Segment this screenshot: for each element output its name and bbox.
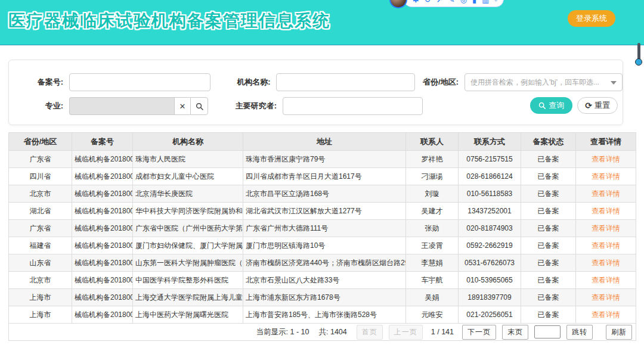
avatar[interactable] <box>389 0 407 8</box>
total-count: 共: 1404 <box>319 327 347 337</box>
col-org-name: 机构名称 <box>133 133 243 151</box>
view-detail-link[interactable]: 查看详情 <box>592 276 620 284</box>
view-detail-link[interactable]: 查看详情 <box>592 310 620 319</box>
cell-org-name: 广东省中医院（广州中医药大学第... <box>133 220 243 237</box>
table-row: 北京市 械临机构备201800008 中国医学科学院整形外科医院 北京市石景山区… <box>9 272 636 289</box>
specialty-clear-button[interactable]: ✕ <box>174 97 190 115</box>
specialty-search-button[interactable] <box>190 97 208 115</box>
app-header: 医疗器械临床试验机构备案管理信息系统 登录系统 <box>0 0 644 45</box>
cell-record-no: 械临机构备201800004 <box>72 203 133 220</box>
cell-province: 北京市 <box>9 272 72 289</box>
province-select[interactable]: 使用拼音检索，例如输入'bj'，回车即选... <box>465 73 623 91</box>
cell-detail: 查看详情 <box>576 254 636 272</box>
view-detail-link[interactable]: 查看详情 <box>592 241 620 250</box>
cell-org-name: 中国医学科学院整形外科医院 <box>133 272 243 289</box>
cell-province: 广东省 <box>9 220 72 237</box>
col-record-no: 备案号 <box>72 133 133 151</box>
cell-org-name: 珠海市人民医院 <box>133 151 243 168</box>
cell-province: 上海市 <box>9 306 72 324</box>
cell-address: 四川省成都市青羊区日月大道1617号 <box>243 168 406 185</box>
last-page-button[interactable]: 末页 <box>502 325 528 340</box>
scroll-knob-icon[interactable] <box>635 58 642 66</box>
view-detail-link[interactable]: 查看详情 <box>592 224 620 232</box>
scroll-slider[interactable] <box>635 43 642 67</box>
small-square-icon[interactable]: ▫ <box>494 0 497 4</box>
share-arrow-icon[interactable]: ➚ <box>436 0 443 4</box>
status-badge: 已备案 <box>521 151 576 168</box>
record-no-label: 备案号: <box>9 77 63 88</box>
cell-contact: 王凌霄 <box>406 237 459 254</box>
columns-icon[interactable]: ▥ <box>482 0 489 4</box>
cell-contact: 元唯安 <box>406 306 459 324</box>
cell-contact: 刘璇 <box>406 185 459 203</box>
status-badge: 已备案 <box>521 272 576 289</box>
filled-square-icon[interactable]: ▮ <box>472 0 476 4</box>
app-title: 医疗器械临床试验机构备案管理信息系统 <box>8 10 330 32</box>
page-indicator: 1 / 141 <box>431 328 454 336</box>
table-row: 福建省 械临机构备201800006 厦门市妇幼保健院、厦门大学附属... 厦门… <box>9 237 636 254</box>
cell-org-name: 成都市妇女儿童中心医院 <box>133 168 243 185</box>
cell-province: 四川省 <box>9 168 72 185</box>
status-badge: 已备案 <box>521 220 576 237</box>
cell-contact: 罗祥艳 <box>406 151 459 168</box>
cell-province: 广东省 <box>9 151 72 168</box>
record-no-input[interactable] <box>69 73 210 91</box>
first-page-button[interactable]: 首页 <box>357 325 383 340</box>
search-icon <box>196 102 203 110</box>
login-button[interactable]: 登录系统 <box>568 10 615 27</box>
cell-detail: 查看详情 <box>576 151 636 168</box>
query-button[interactable]: 查询 <box>530 97 572 114</box>
jump-input[interactable] <box>534 325 561 338</box>
specialty-input <box>69 97 174 115</box>
reset-button[interactable]: ⟳ 重置 <box>577 97 618 114</box>
close-icon: ✕ <box>179 102 186 111</box>
cell-contact: 吴建才 <box>406 203 459 220</box>
pagination: 当前显示: 1 - 10 共: 1404 首页 上一页 1 / 141 下一页 … <box>13 324 632 340</box>
cell-contact: 张勋 <box>406 220 459 237</box>
view-detail-link[interactable]: 查看详情 <box>592 207 620 215</box>
records-table: 省份/地区 备案号 机构名称 地址 联系人 联系方式 备案状态 查看详情 广东省… <box>8 132 636 341</box>
investigator-label: 主要研究者: <box>217 101 277 111</box>
status-badge: 已备案 <box>521 203 576 220</box>
org-name-label: 机构名称: <box>216 77 270 88</box>
table-row: 湖北省 械临机构备201800004 华中科技大学同济医学院附属协和医院 湖北省… <box>9 203 636 220</box>
chevron-down-icon <box>611 81 617 85</box>
refresh-button[interactable]: 刷新 <box>606 325 632 340</box>
query-button-label: 查询 <box>549 100 564 111</box>
cell-contact: 李慧娟 <box>406 254 459 272</box>
cell-province: 湖北省 <box>9 203 72 220</box>
next-page-button[interactable]: 下一页 <box>462 325 496 340</box>
specialty-label: 专业: <box>9 101 63 111</box>
investigator-input[interactable] <box>283 97 423 115</box>
cell-address: 北京市石景山区八大处路33号 <box>243 272 406 289</box>
undo-icon[interactable]: ↺ <box>425 0 431 4</box>
jump-button[interactable]: 跳转 <box>566 325 593 340</box>
view-detail-link[interactable]: 查看详情 <box>592 293 620 302</box>
province-placeholder: 使用拼音检索，例如输入'bj'，回车即选... <box>465 77 612 88</box>
pen-icon[interactable]: ✎ <box>448 0 455 4</box>
org-name-input[interactable] <box>276 73 415 91</box>
page: 医疗器械临床试验机构备案管理信息系统 登录系统 ✱↺➚✎◎▮▥▫ 备案号: 机构… <box>0 0 644 351</box>
cell-detail: 查看详情 <box>576 306 636 324</box>
cell-address: 厦门市思明区镇海路10号 <box>243 237 406 254</box>
cell-detail: 查看详情 <box>576 272 636 289</box>
col-detail: 查看详情 <box>576 133 636 151</box>
view-detail-link[interactable]: 查看详情 <box>592 155 620 163</box>
view-detail-link[interactable]: 查看详情 <box>592 259 620 267</box>
view-detail-link[interactable]: 查看详情 <box>592 172 620 181</box>
search-form: 备案号: 机构名称: 省份/地区: 使用拼音检索，例如输入'bj'，回车即选..… <box>8 60 623 125</box>
overlay-toolbar-icons: ✱↺➚✎◎▮▥▫ <box>404 0 504 7</box>
star-icon[interactable]: ✱ <box>413 0 419 4</box>
col-address: 地址 <box>243 133 406 151</box>
col-status: 备案状态 <box>521 133 576 151</box>
cell-org-name: 厦门市妇幼保健院、厦门大学附属... <box>133 237 243 254</box>
cell-contact: 车宇航 <box>406 272 459 289</box>
cell-phone: 0531-67626073 <box>459 254 521 272</box>
table-body: 广东省 械临机构备201800001 珠海市人民医院 珠海市香洲区康宁路79号 … <box>9 151 636 324</box>
view-detail-link[interactable]: 查看详情 <box>592 190 620 198</box>
emoji-icon[interactable]: ◎ <box>460 0 467 4</box>
prev-page-button[interactable]: 上一页 <box>389 325 423 340</box>
status-badge: 已备案 <box>521 168 576 185</box>
current-display: 当前显示: 1 - 10 <box>256 327 309 337</box>
cell-address: 湖北省武汉市江汉区解放大道1277号 <box>243 203 406 220</box>
